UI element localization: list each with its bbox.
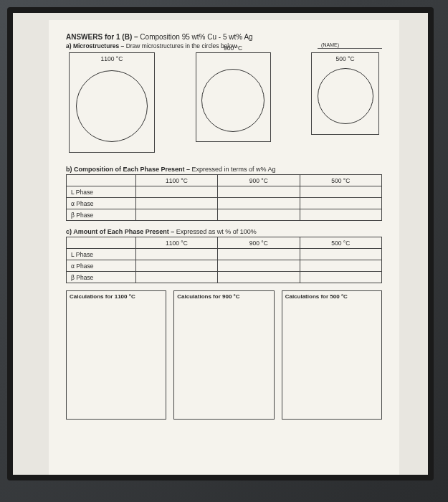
table-row: β Phase [67, 209, 382, 221]
table-b-row-alpha: α Phase [67, 198, 136, 209]
circle-500 [318, 68, 373, 124]
cell [135, 260, 217, 272]
circle-label-900: 900 °C [196, 44, 270, 52]
cell [300, 272, 381, 283]
circle-900 [201, 69, 264, 132]
table-c-col-1100: 1100 °C [135, 237, 217, 249]
cell [218, 186, 300, 198]
cell [300, 249, 381, 260]
monitor-frame: ANSWERS for 1 (B) – Composition 95 wt% C… [7, 7, 434, 480]
cell [300, 198, 381, 209]
circle-box-900: 900 °C [196, 52, 271, 142]
table-b-corner [67, 175, 136, 186]
table-c-row-alpha: α Phase [67, 260, 136, 272]
name-underline [318, 48, 382, 49]
table-c-col-500: 500 °C [300, 237, 381, 249]
circle-1100 [76, 70, 148, 142]
table-c: 1100 °C 900 °C 500 °C L Phase α Phase β … [66, 237, 382, 283]
section-b-prefix: b) Composition of Each Phase Present – [66, 166, 192, 173]
table-c-row-beta: β Phase [67, 272, 136, 283]
section-c-title: c) Amount of Each Phase Present – Expres… [66, 228, 382, 235]
table-b-col-1100: 1100 °C [135, 175, 217, 186]
table-c-row-l: L Phase [67, 249, 136, 260]
calc-label-900: Calculations for 900 °C [174, 291, 273, 302]
table-row: L Phase [67, 186, 382, 198]
cell [135, 198, 217, 209]
section-c-rest: Expressed as wt % of 100% [176, 228, 257, 235]
screen: ANSWERS for 1 (B) – Composition 95 wt% C… [13, 13, 428, 475]
page-title: ANSWERS for 1 (B) – Composition 95 wt% C… [66, 33, 382, 41]
worksheet-page: ANSWERS for 1 (B) – Composition 95 wt% C… [49, 20, 399, 475]
table-c-corner [67, 237, 136, 249]
table-b-row-beta: β Phase [67, 209, 136, 221]
cell [218, 209, 300, 221]
calc-label-1100: Calculations for 1100 °C [67, 291, 166, 302]
table-c-header-row: 1100 °C 900 °C 500 °C [67, 237, 382, 249]
circle-label-500: 500 °C [312, 55, 378, 62]
calc-box-900: Calculations for 900 °C [173, 290, 274, 420]
section-c-prefix: c) Amount of Each Phase Present – [66, 228, 176, 235]
title-prefix: ANSWERS for 1 (B) – [66, 33, 140, 41]
table-b-header-row: 1100 °C 900 °C 500 °C [67, 175, 382, 186]
circles-row: 1100 °C 900 °C 500 °C [66, 52, 382, 153]
table-b-col-500: 500 °C [300, 175, 381, 186]
section-b-rest: Expressed in terms of w% Ag [192, 166, 276, 173]
title-rest: Composition 95 wt% Cu - 5 wt% Ag [140, 33, 252, 41]
cell [218, 260, 300, 272]
cell [218, 249, 300, 260]
calc-box-1100: Calculations for 1100 °C [66, 290, 166, 420]
cell [135, 209, 217, 221]
circle-box-500: 500 °C [311, 52, 379, 135]
circle-box-1100: 1100 °C [69, 52, 155, 153]
table-row: L Phase [67, 249, 382, 260]
cell [300, 260, 381, 272]
calc-label-500: Calculations for 500 °C [282, 291, 381, 302]
calc-box-500: Calculations for 500 °C [282, 290, 382, 420]
circle-label-1100: 1100 °C [70, 55, 154, 62]
section-b-title: b) Composition of Each Phase Present – E… [66, 166, 382, 173]
table-b-col-900: 900 °C [218, 175, 300, 186]
calculations-row: Calculations for 1100 °C Calculations fo… [66, 290, 382, 420]
cell [300, 186, 381, 198]
table-c-col-900: 900 °C [218, 237, 300, 249]
cell [135, 272, 217, 283]
cell [300, 209, 381, 221]
table-row: β Phase [67, 272, 382, 283]
table-b-row-l: L Phase [67, 186, 136, 198]
part-a-prefix: a) Microstructures – [66, 42, 126, 49]
table-b: 1100 °C 900 °C 500 °C L Phase α Phase β … [66, 174, 382, 221]
cell [135, 186, 217, 198]
cell [218, 198, 300, 209]
cell [135, 249, 217, 260]
table-row: α Phase [67, 198, 382, 209]
cell [218, 272, 300, 283]
name-label: (NAME) [321, 42, 339, 47]
table-row: α Phase [67, 260, 382, 272]
